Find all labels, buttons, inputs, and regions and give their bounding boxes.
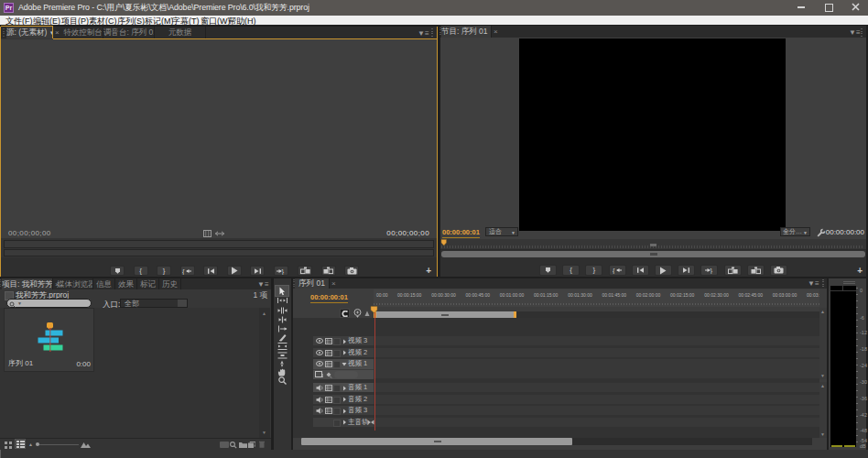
svg-text:{: { — [182, 267, 185, 275]
svg-text:{: { — [613, 267, 615, 274]
svg-text:}: } — [282, 267, 285, 275]
svg-text:}: } — [711, 267, 713, 274]
